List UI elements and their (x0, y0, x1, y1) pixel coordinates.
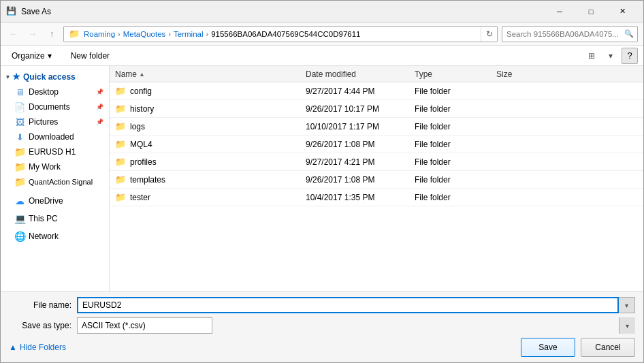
downloaded-icon: ⬇ (14, 131, 25, 142)
save-as-dialog: 💾 Save As ─ □ ✕ ← → ↑ 📁 Roaming › MetaQu… (0, 0, 644, 363)
table-row[interactable]: 📁 tester 10/4/2017 1:35 PM File folder (110, 189, 643, 206)
onedrive-icon: ☁ (14, 195, 25, 206)
column-header-size[interactable]: Size (496, 69, 638, 79)
file-name-profiles: 📁 profiles (115, 157, 306, 168)
dialog-title: Save As (21, 7, 544, 16)
savetype-row: Save as type: ASCII Text (*.csv) CSV (Co… (9, 317, 635, 334)
sidebar-item-pictures[interactable]: 🖼 Pictures 📌 (1, 114, 109, 129)
dialog-icon: 💾 (6, 6, 17, 17)
organize-button[interactable]: Organize ▾ (6, 48, 57, 64)
sidebar-item-eurusd[interactable]: 📁 EURUSD H1 (1, 144, 109, 159)
sort-arrow-icon: ▲ (139, 71, 145, 78)
sidebar-section-quick-access[interactable]: ▾ ★ Quick access (1, 69, 109, 84)
table-row[interactable]: 📁 profiles 9/27/2017 4:21 PM File folder (110, 153, 643, 171)
search-container: 🔍 (502, 26, 638, 42)
pictures-icon: 🖼 (14, 116, 25, 127)
new-folder-label: New folder (71, 51, 110, 61)
back-button[interactable]: ← (6, 27, 21, 42)
file-list: Name ▲ Date modified Type Size 📁 config (110, 66, 643, 291)
sidebar-item-label-thispc: This PC (29, 214, 58, 223)
sidebar-item-documents[interactable]: 📄 Documents 📌 (1, 99, 109, 114)
up-button[interactable]: ↑ (44, 27, 59, 42)
column-header-name[interactable]: Name ▲ (115, 69, 306, 79)
close-button[interactable]: ✕ (607, 1, 638, 22)
breadcrumb-current: 915566BA06ADA407569C544CC0D97611 (209, 30, 362, 38)
address-refresh-button[interactable]: ↻ (481, 26, 497, 42)
forward-button[interactable]: → (25, 27, 40, 42)
desktop-icon: 🖥 (14, 86, 25, 97)
main-content: ▾ ★ Quick access 🖥 Desktop 📌 📄 Documents… (1, 66, 643, 291)
cancel-button[interactable]: Cancel (581, 338, 635, 357)
savetype-arrow-icon: ▾ (619, 317, 635, 334)
hide-folders-chevron-icon: ▲ (9, 343, 17, 352)
table-row[interactable]: 📁 config 9/27/2017 4:44 PM File folder (110, 82, 643, 100)
folder-icon: 📁 (115, 86, 126, 97)
savetype-select[interactable]: ASCII Text (*.csv) CSV (Comma delimited)… (77, 317, 212, 334)
sidebar-item-mywork[interactable]: 📁 My Work (1, 159, 109, 174)
sidebar-item-network[interactable]: 🌐 Network (1, 229, 109, 244)
filename-input[interactable] (77, 297, 619, 313)
folder-icon: 📁 (115, 104, 126, 114)
quick-access-label: Quick access (23, 72, 76, 82)
table-row[interactable]: 📁 logs 10/10/2017 1:17 PM File folder (110, 118, 643, 136)
sidebar-item-label-onedrive: OneDrive (29, 196, 63, 206)
sidebar-item-label-documents: Documents (29, 102, 70, 112)
breadcrumb-terminal[interactable]: Terminal (172, 30, 205, 38)
mywork-icon: 📁 (14, 161, 25, 172)
breadcrumb: 📁 Roaming › MetaQuotes › Terminal › 9155… (64, 29, 481, 39)
table-row[interactable]: 📁 templates 9/26/2017 1:08 PM File folde… (110, 171, 643, 189)
view-icon-button[interactable]: ⊞ (583, 48, 600, 64)
sidebar-item-quantaction[interactable]: 📁 QuantAction Signal (1, 174, 109, 189)
sidebar-item-downloaded[interactable]: ⬇ Downloaded (1, 129, 109, 144)
breadcrumb-metaquotes[interactable]: MetaQuotes (121, 30, 168, 38)
pin-icon-pictures: 📌 (96, 119, 103, 125)
breadcrumb-roaming[interactable]: Roaming (82, 30, 117, 38)
organize-dropdown-icon: ▾ (48, 51, 52, 61)
sidebar-item-label-quantaction: QuantAction Signal (29, 178, 93, 186)
file-name-history: 📁 history (115, 104, 306, 114)
quick-access-chevron: ▾ (6, 74, 10, 80)
thispc-icon: 💻 (14, 213, 25, 224)
savetype-container: ASCII Text (*.csv) CSV (Comma delimited)… (77, 317, 635, 334)
navigation-toolbar: ← → ↑ 📁 Roaming › MetaQuotes › Terminal … (1, 22, 643, 46)
folder-icon: 📁 (115, 157, 126, 168)
filename-dropdown-button[interactable]: ▾ (619, 297, 635, 313)
file-name-tester: 📁 tester (115, 192, 306, 203)
hide-folders-button[interactable]: ▲ Hide Folders (9, 343, 66, 352)
quantaction-icon: 📁 (14, 176, 25, 187)
savetype-label: Save as type: (9, 321, 77, 330)
file-name-logs: 📁 logs (115, 121, 306, 132)
filename-row: File name: ▾ (9, 297, 635, 313)
minimize-button[interactable]: ─ (544, 1, 575, 22)
folder-icon: 📁 (115, 121, 126, 132)
save-button[interactable]: Save (521, 338, 575, 357)
sidebar-item-desktop[interactable]: 🖥 Desktop 📌 (1, 84, 109, 99)
sidebar: ▾ ★ Quick access 🖥 Desktop 📌 📄 Documents… (1, 66, 110, 291)
new-folder-button[interactable]: New folder (65, 48, 115, 64)
hide-folders-label: Hide Folders (20, 343, 66, 352)
window-controls: ─ □ ✕ (544, 1, 638, 22)
sidebar-item-label-eurusd: EURUSD H1 (29, 147, 76, 157)
maximize-button[interactable]: □ (575, 1, 607, 22)
sidebar-item-onedrive[interactable]: ☁ OneDrive (1, 193, 109, 208)
table-row[interactable]: 📁 MQL4 9/26/2017 1:08 PM File folder (110, 136, 643, 153)
network-icon: 🌐 (14, 231, 25, 242)
sidebar-item-label-desktop: Desktop (29, 87, 59, 97)
sidebar-item-label-downloaded: Downloaded (29, 132, 74, 142)
column-header-date[interactable]: Date modified (306, 69, 415, 79)
documents-icon: 📄 (14, 101, 25, 112)
view-dropdown-button[interactable]: ▾ (602, 48, 619, 64)
file-list-header: Name ▲ Date modified Type Size (110, 66, 643, 82)
sidebar-item-label-pictures: Pictures (29, 117, 58, 127)
save-options: File name: ▾ Save as type: ASCII Text (*… (1, 291, 643, 362)
search-input[interactable] (502, 26, 638, 42)
help-button[interactable]: ? (622, 48, 638, 64)
sidebar-item-label-mywork: My Work (29, 162, 61, 172)
address-bar: 📁 Roaming › MetaQuotes › Terminal › 9155… (63, 26, 498, 42)
action-toolbar: Organize ▾ New folder ⊞ ▾ ? (1, 46, 643, 66)
column-header-type[interactable]: Type (415, 69, 496, 79)
sidebar-item-thispc[interactable]: 💻 This PC (1, 211, 109, 226)
table-row[interactable]: 📁 history 9/26/2017 10:17 PM File folder (110, 100, 643, 118)
pin-icon-documents: 📌 (96, 104, 103, 110)
filename-label: File name: (9, 300, 77, 310)
